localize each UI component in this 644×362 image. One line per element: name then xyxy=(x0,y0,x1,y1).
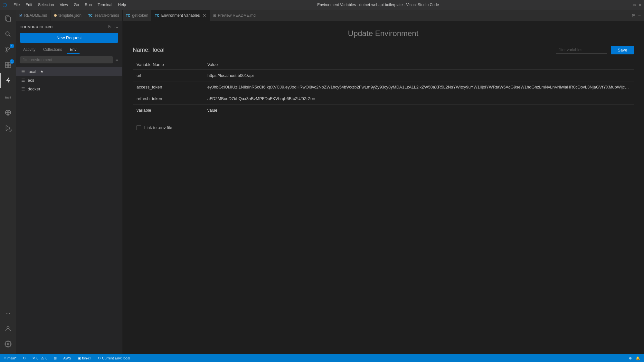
activity-item-search[interactable] xyxy=(0,26,16,42)
menu-view[interactable]: View xyxy=(57,2,71,8)
tc-tab-collections[interactable]: Collections xyxy=(40,46,65,54)
restore-icon[interactable]: ▭ xyxy=(633,3,636,7)
var-name-cell: url xyxy=(133,70,204,81)
tab-env-vars[interactable]: TC Environment Variables ✕ xyxy=(152,10,210,21)
var-value-cell: https://localhost:5001/api xyxy=(204,70,634,81)
environment-list: ☰ local ★ ☰ ecs ☰ docker xyxy=(16,66,122,354)
status-broadcast[interactable]: ⊕ xyxy=(628,356,633,360)
thunder-client-sidebar: THUNDER CLIENT ↻ ··· New Request Activit… xyxy=(16,21,122,354)
link-env-checkbox[interactable] xyxy=(137,125,141,130)
activity-item-thunder[interactable] xyxy=(0,73,16,88)
remote-icon: ⊞ xyxy=(54,356,57,360)
env-item-local[interactable]: ☰ local ★ xyxy=(16,67,122,76)
tab-search-brands[interactable]: TC search-brands xyxy=(85,10,123,21)
tab-close-icon[interactable]: ✕ xyxy=(203,13,206,18)
activity-item-explorer[interactable] xyxy=(0,11,16,26)
table-row[interactable]: access_token eyJhbGciOiJIUzI1NiIsInR5cCI… xyxy=(133,81,634,93)
menu-selection[interactable]: Selection xyxy=(35,2,56,8)
name-label: Name: xyxy=(133,47,150,53)
var-value-cell: eyJhbGciOiJIUzI1NiIsInR5cCI6IkpXVCJ9.eyJ… xyxy=(204,81,634,93)
env-name-ecs: ecs xyxy=(28,78,34,83)
tab-label: Environment Variables xyxy=(161,13,200,18)
status-bell[interactable]: 🔔 xyxy=(634,356,641,360)
activity-item-extensions[interactable]: 1 xyxy=(0,57,16,73)
table-row[interactable]: refresh_token aFD2MBodD7bLQax3nBvMPFDuFK… xyxy=(133,93,634,105)
table-header-row: Variable Name Value xyxy=(133,60,634,70)
svg-rect-7 xyxy=(5,62,8,65)
tab-readme[interactable]: M README.md xyxy=(16,10,51,21)
thunder-icon xyxy=(5,77,12,84)
activity-item-account[interactable] xyxy=(0,321,16,336)
sync-icon: ↻ xyxy=(23,356,26,360)
content-area: THUNDER CLIENT ↻ ··· New Request Activit… xyxy=(16,21,644,354)
split-editor-icon[interactable]: ⊟ xyxy=(632,13,636,18)
more-icon[interactable]: ··· xyxy=(114,24,118,30)
menu-terminal[interactable]: Terminal xyxy=(95,2,115,8)
menu-run[interactable]: Run xyxy=(82,2,94,8)
column-header-value: Value xyxy=(204,60,634,70)
menu-edit[interactable]: Edit xyxy=(23,2,35,8)
refresh-icon[interactable]: ↻ xyxy=(108,24,112,30)
new-request-button[interactable]: New Request xyxy=(20,33,118,43)
filter-environment-input[interactable] xyxy=(20,56,113,63)
files-icon xyxy=(5,15,12,22)
table-row[interactable]: url https://localhost:5001/api xyxy=(133,70,634,81)
tc-badge: TC xyxy=(88,14,92,17)
activity-item-more[interactable]: ··· xyxy=(0,305,16,321)
env-name-display: Name: local xyxy=(133,47,165,53)
tab-template-json[interactable]: template.json xyxy=(51,10,85,21)
menu-file[interactable]: File xyxy=(11,2,22,8)
tab-get-token[interactable]: TC get-token xyxy=(123,10,152,21)
tab-label: Preview README.md xyxy=(218,13,256,18)
env-item-docker[interactable]: ☰ docker xyxy=(16,85,122,93)
tc-tab-env[interactable]: Env xyxy=(67,46,80,54)
activity-item-remote[interactable] xyxy=(0,105,16,120)
status-bar: ⑂ main* ↻ ✕ 0 ⚠ 0 ⊞ AWS ▣ fsh-cli ↻ Curr… xyxy=(0,354,644,362)
tc-filter-row: ≡ xyxy=(16,56,122,66)
activity-bar: 1 1 aws xyxy=(0,10,16,354)
tab-label: get-token xyxy=(132,13,148,18)
activity-item-run[interactable] xyxy=(0,120,16,136)
activity-item-source-control[interactable]: 1 xyxy=(0,42,16,57)
activity-item-aws[interactable]: aws xyxy=(0,89,16,105)
tab-preview-readme[interactable]: ⊞ Preview README.md xyxy=(210,10,259,21)
column-header-name: Variable Name xyxy=(133,60,204,70)
menu-help[interactable]: Help xyxy=(116,2,129,8)
filter-list-icon[interactable]: ≡ xyxy=(116,57,118,62)
env-name-local: local xyxy=(28,69,36,74)
git-branch-icon: ⑂ xyxy=(4,356,6,360)
filter-variables-input[interactable] xyxy=(556,46,607,54)
broadcast-icon: ⊕ xyxy=(629,356,632,360)
more-tabs-icon[interactable]: ··· xyxy=(638,13,641,18)
app-body: 1 1 aws xyxy=(0,10,644,354)
tabs-bar: M README.md template.json TC search-bran… xyxy=(16,10,644,21)
error-count: 0 xyxy=(36,356,38,360)
status-aws[interactable]: AWS xyxy=(62,354,72,362)
menu-go[interactable]: Go xyxy=(71,2,81,8)
status-remote[interactable]: ⊞ xyxy=(52,354,58,362)
svg-rect-1 xyxy=(7,17,10,22)
table-row[interactable]: variable value xyxy=(133,105,634,116)
minimize-icon[interactable]: ─ xyxy=(628,3,630,7)
status-branch[interactable]: ⑂ main* xyxy=(3,354,18,362)
env-item-ecs[interactable]: ☰ ecs xyxy=(16,76,122,85)
save-button[interactable]: Save xyxy=(611,46,634,54)
branch-name: main* xyxy=(7,356,16,360)
status-env[interactable]: ↻ Current Env: local xyxy=(97,354,131,362)
main-content: Update Environment Name: local Save Vari xyxy=(122,21,644,354)
tc-tabs: Activity Collections Env xyxy=(16,46,122,54)
aws-label: AWS xyxy=(63,356,71,360)
status-shell[interactable]: ▣ fsh-cli xyxy=(76,354,93,362)
window-title: Environment Variables - dotnet-webapi-bo… xyxy=(132,3,624,7)
link-env-label: Link to .env file xyxy=(144,125,172,130)
account-icon xyxy=(5,325,12,332)
svg-point-17 xyxy=(7,343,9,345)
svg-point-4 xyxy=(6,47,7,49)
status-errors[interactable]: ✕ 0 ⚠ 0 xyxy=(31,354,49,362)
current-env-label: Current Env: local xyxy=(102,356,130,360)
status-right: ⊕ 🔔 xyxy=(628,356,641,360)
status-sync[interactable]: ↻ xyxy=(22,354,27,362)
tc-tab-activity[interactable]: Activity xyxy=(20,46,39,54)
close-icon[interactable]: ✕ xyxy=(639,3,641,7)
activity-item-settings[interactable] xyxy=(0,336,16,352)
